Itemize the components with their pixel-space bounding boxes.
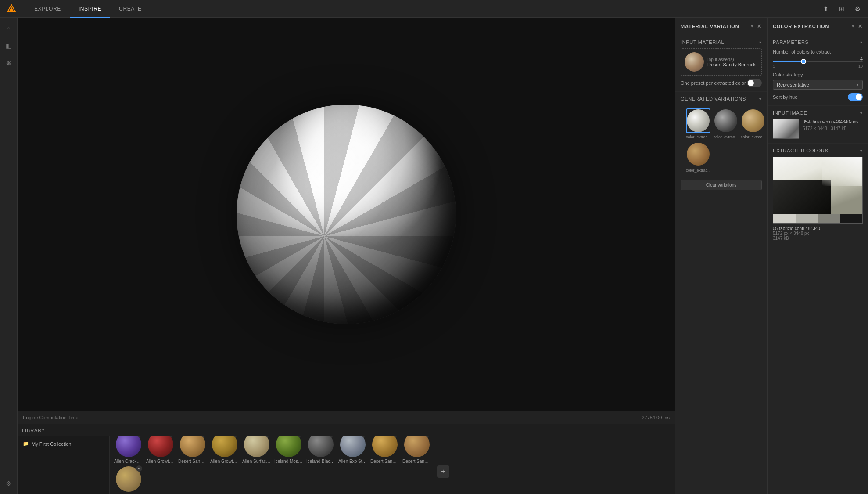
variation-thumb-2 — [741, 108, 765, 133]
color-swatch-0 — [773, 214, 796, 223]
variations-header[interactable]: GENERATED VARIATIONS ▾ — [681, 96, 762, 101]
input-material-thumbnail — [685, 52, 704, 72]
variation-label-2: color_extrac... — [741, 135, 766, 139]
extracted-colors-header[interactable]: EXTRACTED COLORS ▾ — [773, 148, 863, 153]
clear-variations-button[interactable]: Clear variations — [681, 180, 762, 190]
item-thumbnail — [244, 436, 269, 457]
parameters-title: PARAMETERS — [773, 40, 809, 45]
input-image-title: INPUT IMAGE — [773, 110, 807, 115]
right-panels: MATERIAL VARIATION ▾ ✕ INPUT MATERIAL ▾ … — [675, 18, 868, 494]
list-item[interactable]: ✕ Iceland Black ... — [306, 436, 335, 464]
library-collection-item[interactable]: 📁 My First Collection — [20, 439, 107, 448]
chevron-icon: ▾ — [860, 40, 863, 45]
item-label: Alien Growth ... — [146, 459, 175, 464]
sidebar-icon-layers[interactable]: ◧ — [2, 39, 16, 53]
image-filename: 05-fabrizio-conti-484340-uns... — [803, 119, 863, 125]
color-strategy-select[interactable]: Representative Dominant Vibrant — [773, 80, 863, 90]
extracted-size: 3147 kB — [773, 236, 863, 241]
chevron-icon: ▾ — [860, 148, 863, 153]
item-label: Alien Exo Stru... — [338, 459, 367, 464]
color-swatch-1 — [796, 214, 818, 223]
viewport-canvas — [18, 18, 675, 411]
variation-label-3: color_extrac... — [686, 168, 711, 173]
chevron-icon: ▾ — [759, 40, 762, 45]
variation-item-2[interactable]: color_extrac... — [741, 108, 766, 139]
settings-icon[interactable]: ⚙ — [851, 3, 864, 15]
image-info: 05-fabrizio-conti-484340-uns... 5172 × 3… — [803, 119, 863, 131]
material-sphere — [237, 105, 456, 324]
item-label: Desert Sandy ... — [402, 459, 431, 464]
num-colors-slider[interactable] — [773, 61, 863, 62]
generated-variations-section: GENERATED VARIATIONS ▾ color_extrac... — [675, 92, 767, 178]
image-thumbnail — [773, 119, 799, 139]
list-item[interactable]: ✕ Desert Sandst... — [178, 436, 207, 464]
nav-tab-inspire[interactable]: INSPIRE — [70, 0, 110, 18]
sort-by-hue-toggle-knob — [856, 94, 862, 100]
grid-icon[interactable]: ⊞ — [836, 3, 848, 15]
slider-min-label: 1 — [773, 64, 775, 69]
input-material-section: INPUT MATERIAL ▾ Input asset(s) Desert S… — [675, 35, 767, 92]
list-item[interactable]: ✕ Alien Cracked ... — [114, 436, 143, 464]
item-label: Alien Surface ... — [242, 459, 271, 464]
variation-label-1: color_extrac... — [714, 135, 739, 139]
parameters-header[interactable]: PARAMETERS ▾ — [773, 40, 863, 45]
top-nav: EXPLORE INSPIRE CREATE ⬆ ⊞ ⚙ — [0, 0, 868, 18]
chevron-down-icon[interactable]: ▾ — [751, 24, 753, 29]
variation-item-1[interactable]: color_extrac... — [714, 108, 739, 139]
item-thumbnail — [372, 436, 398, 457]
sidebar-icon-home[interactable]: ⌂ — [2, 21, 16, 35]
list-item[interactable]: ✕ Alien Growth ... — [210, 436, 239, 464]
close-color-panel-icon[interactable]: ✕ — [858, 23, 863, 29]
item-label: Desert Sandst... — [178, 459, 207, 464]
library-tree: 📁 My First Collection — [18, 436, 110, 494]
one-preset-row: One preset per extracted color — [681, 79, 762, 87]
material-panel-title: MATERIAL VARIATION — [681, 24, 739, 29]
list-item[interactable]: ✕ Granite Rock ... — [114, 466, 143, 494]
list-item[interactable]: ✕ Iceland Mossy... — [274, 436, 303, 464]
item-thumbnail — [116, 436, 141, 457]
variation-ball-2 — [742, 109, 764, 132]
sidebar-icon-effects[interactable]: ❋ — [2, 56, 16, 70]
num-colors-label: Number of colors to extract — [773, 49, 863, 54]
item-thumbnail — [404, 436, 430, 457]
one-preset-toggle[interactable] — [747, 79, 762, 87]
sort-by-hue-toggle[interactable] — [848, 93, 863, 101]
sidebar-icon-settings[interactable]: ⚙ — [2, 476, 16, 490]
list-item[interactable]: ✕ Alien Exo Stru... — [338, 436, 367, 464]
list-item[interactable]: ✕ Desert Sand G... — [370, 436, 399, 464]
item-label: Alien Growth ... — [210, 459, 239, 464]
item-thumbnail — [212, 436, 237, 457]
list-item[interactable]: ✕ Desert Sandy ... — [402, 436, 431, 464]
close-panel-icon[interactable]: ✕ — [757, 23, 762, 29]
app-logo — [4, 2, 18, 16]
upload-icon[interactable]: ⬆ — [820, 3, 832, 15]
add-to-library-button[interactable]: + — [437, 465, 449, 478]
library-label: LIBRARY — [22, 428, 45, 433]
library-header: LIBRARY — [18, 424, 675, 436]
nav-tab-explore[interactable]: EXPLORE — [25, 0, 70, 18]
library-panel: LIBRARY 📁 My First Collection — [18, 424, 675, 494]
extracted-colors-section: EXTRACTED COLORS ▾ 0 — [768, 144, 868, 245]
list-item[interactable]: ✕ Alien Surface ... — [242, 436, 271, 464]
variation-item-0[interactable]: color_extrac... — [686, 108, 711, 139]
top-nav-right: ⬆ ⊞ ⚙ — [820, 3, 864, 15]
sort-by-hue-row: Sort by hue — [773, 93, 863, 101]
variations-title: GENERATED VARIATIONS — [681, 96, 746, 101]
close-icon[interactable]: ✕ — [136, 465, 142, 472]
variation-thumb-0 — [686, 108, 710, 133]
input-image-header[interactable]: INPUT IMAGE ▾ — [773, 110, 863, 115]
chevron-down-icon[interactable]: ▾ — [852, 24, 854, 29]
collection-name: My First Collection — [32, 441, 71, 447]
list-item[interactable]: ✕ Alien Growth ... — [146, 436, 175, 464]
input-material-header[interactable]: INPUT MATERIAL ▾ — [681, 40, 762, 45]
computation-value: 27754.00 ms — [642, 415, 670, 420]
item-label: Iceland Mossy... — [274, 459, 303, 464]
viewport: Engine Computation Time 27754.00 ms — [18, 18, 675, 424]
panel-header-controls: ▾ ✕ — [751, 23, 762, 29]
library-content: 📁 My First Collection ✕ — [18, 436, 675, 494]
variation-item-3[interactable]: color_extrac... — [686, 142, 711, 173]
extracted-dims: 5172 px × 3448 px — [773, 231, 863, 236]
toggle-knob — [748, 80, 754, 86]
nav-tab-create[interactable]: CREATE — [110, 0, 150, 18]
variations-grid: color_extrac... color_extrac... color_ex… — [681, 105, 762, 176]
